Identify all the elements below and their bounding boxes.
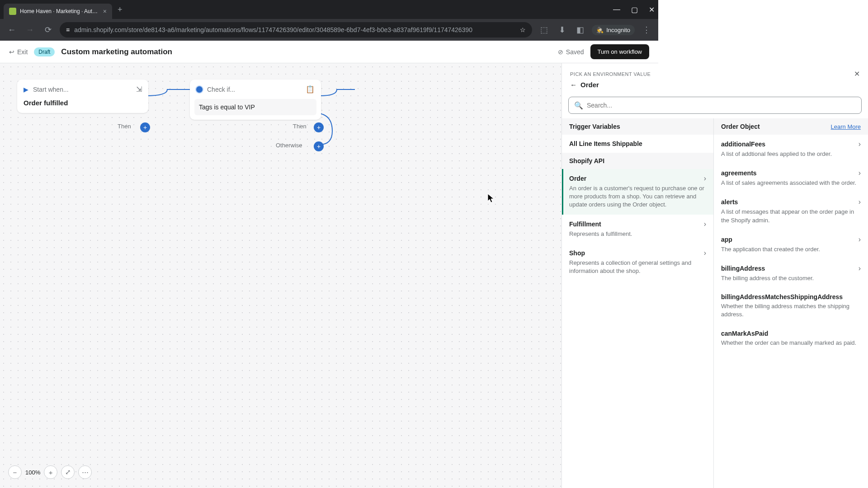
- start-node-body: Order fulfilled: [17, 99, 148, 113]
- import-icon[interactable]: ⇲: [136, 85, 142, 94]
- variable-name: Fulfillment: [569, 221, 601, 228]
- variable-item[interactable]: Order›An order is a customer's request t…: [562, 169, 658, 215]
- variable-item[interactable]: All Line Items Shippable: [562, 135, 658, 153]
- otherwise-label: Otherwise: [276, 142, 302, 149]
- variable-name: Order: [569, 175, 586, 182]
- extensions-icon[interactable]: ⬚: [538, 23, 550, 36]
- variable-description: An order is a customer's request to purc…: [569, 184, 658, 209]
- app-header: ↩ Exit Draft Custom marketing automation…: [0, 41, 658, 63]
- add-step-button[interactable]: +: [314, 141, 324, 151]
- tab-favicon: [9, 8, 16, 15]
- saved-label: Saved: [566, 48, 584, 56]
- exit-label: Exit: [17, 48, 28, 56]
- start-node-title: Start when...: [33, 86, 69, 93]
- panel-breadcrumb-label: Order: [580, 81, 599, 89]
- workflow-canvas[interactable]: ▶ Start when... ⇲ Order fulfilled Check …: [0, 63, 658, 369]
- panel-back-icon[interactable]: ←: [570, 81, 577, 89]
- maximize-icon[interactable]: ▢: [631, 5, 638, 14]
- sidepanel-icon[interactable]: ◧: [574, 23, 586, 36]
- star-icon[interactable]: ☆: [520, 26, 526, 33]
- play-icon: ▶: [24, 86, 28, 93]
- reload-button[interactable]: ⟳: [42, 23, 54, 36]
- variable-name: All Line Items Shippable: [569, 140, 642, 147]
- clipboard-icon[interactable]: 📋: [306, 85, 315, 94]
- incognito-icon: 🕵: [596, 27, 604, 33]
- add-step-button[interactable]: +: [140, 122, 150, 132]
- tab-close-icon[interactable]: ×: [103, 8, 107, 15]
- page-title: Custom marketing automation: [61, 47, 172, 56]
- close-window-icon[interactable]: ✕: [649, 5, 655, 14]
- variable-description: Represents a collection of general setti…: [569, 259, 658, 275]
- condition-dot-icon: [196, 86, 203, 93]
- downloads-icon[interactable]: ⬇: [556, 23, 568, 36]
- variable-picker-panel: PICK AN ENVIRONMENT VALUE ✕ ← Order 🔍 Tr…: [561, 63, 658, 369]
- check-node[interactable]: Check if... 📋 Tags is equal to VIP: [190, 80, 321, 120]
- start-node[interactable]: ▶ Start when... ⇲ Order fulfilled: [17, 80, 148, 113]
- browser-menu-icon[interactable]: ⋮: [640, 23, 653, 36]
- then-label: Then: [293, 123, 307, 130]
- saved-check-icon: ⊘: [558, 48, 563, 56]
- variable-item[interactable]: Shop›Represents a collection of general …: [562, 244, 658, 281]
- shopify-api-header: Shopify API: [562, 153, 658, 169]
- new-tab-button[interactable]: +: [118, 5, 123, 14]
- add-step-button[interactable]: +: [314, 122, 324, 132]
- check-node-title: Check if...: [207, 86, 235, 93]
- connector-line: [314, 86, 359, 149]
- tab-title: Home Haven · Marketing · Aut…: [20, 8, 98, 14]
- back-button[interactable]: ←: [5, 23, 18, 36]
- search-box[interactable]: 🔍: [568, 97, 658, 114]
- turn-on-workflow-button[interactable]: Turn on workflow: [590, 44, 650, 59]
- url-bar[interactable]: ≡ admin.shopify.com/store/de8143-a6/mark…: [60, 22, 532, 38]
- check-node-body: Tags is equal to VIP: [194, 99, 316, 115]
- site-info-icon[interactable]: ≡: [66, 26, 70, 33]
- variable-description: Represents a fulfillment.: [569, 230, 658, 238]
- saved-status: ⊘ Saved: [558, 48, 584, 56]
- incognito-label: Incognito: [606, 27, 630, 33]
- window-controls: — ▢ ✕: [613, 5, 655, 14]
- browser-tab[interactable]: Home Haven · Marketing · Aut… ×: [4, 4, 112, 19]
- variable-categories-column: Trigger Variables All Line Items Shippab…: [562, 118, 658, 369]
- browser-toolbar: ← → ⟳ ≡ admin.shopify.com/store/de8143-a…: [0, 19, 658, 41]
- trigger-variables-header: Trigger Variables: [562, 118, 658, 135]
- variable-item[interactable]: Fulfillment›Represents a fulfillment.: [562, 215, 658, 244]
- browser-tab-strip: Home Haven · Marketing · Aut… × + — ▢ ✕: [0, 0, 658, 19]
- incognito-badge: 🕵 Incognito: [592, 25, 635, 35]
- variable-name: Shop: [569, 249, 585, 257]
- then-label: Then: [118, 123, 131, 130]
- search-icon: 🔍: [574, 101, 583, 110]
- exit-button[interactable]: ↩ Exit: [9, 48, 28, 56]
- forward-button[interactable]: →: [24, 23, 36, 36]
- panel-eyebrow-label: PICK AN ENVIRONMENT VALUE: [570, 71, 651, 77]
- draft-badge: Draft: [34, 47, 55, 56]
- exit-arrow-icon: ↩: [9, 48, 14, 56]
- minimize-icon[interactable]: —: [613, 5, 620, 14]
- search-input[interactable]: [587, 102, 658, 109]
- url-text: admin.shopify.com/store/de8143-a6/market…: [74, 26, 472, 33]
